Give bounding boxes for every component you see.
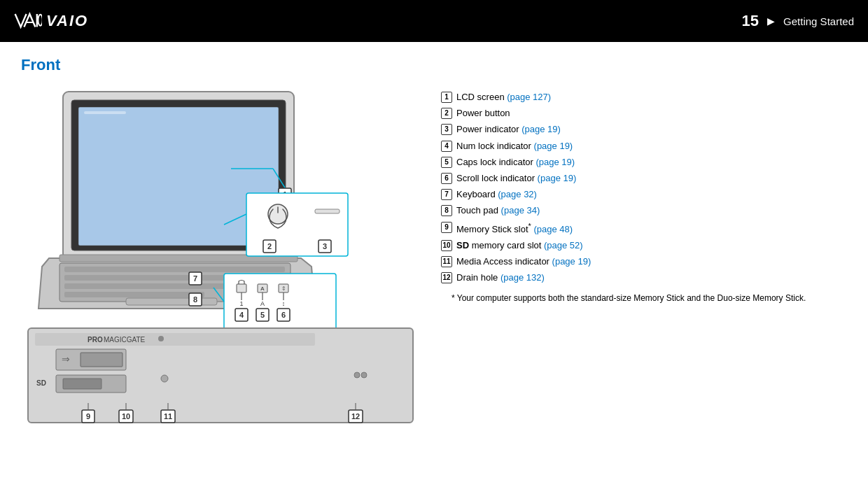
- list-item: 4 Num lock indicator (page 19): [441, 140, 847, 153]
- item-number: 4: [441, 141, 452, 152]
- footnote-text: * Your computer supports both the standa…: [451, 293, 806, 303]
- svg-point-61: [354, 372, 360, 378]
- svg-rect-56: [80, 353, 122, 367]
- section-title: Getting Started: [783, 15, 854, 27]
- laptop-illustration: 1 7 8: [21, 85, 427, 428]
- front-title: Front: [21, 56, 427, 74]
- item-text: Scroll lock indicator (page 19): [456, 172, 576, 185]
- svg-text:⇕: ⇕: [281, 285, 286, 292]
- item-text: Media Access indicator (page 19): [456, 255, 591, 268]
- vaio-logo-icon: [14, 10, 42, 31]
- footnote: * Your computer supports both the standa…: [441, 292, 847, 304]
- svg-text:5: 5: [260, 311, 265, 319]
- svg-point-62: [361, 372, 367, 378]
- item-text: Caps lock indicator (page 19): [456, 156, 575, 169]
- page-number: 15: [742, 12, 759, 30]
- item-number: 2: [441, 108, 452, 119]
- svg-text:3: 3: [323, 242, 327, 250]
- list-item: 7 Keyboard (page 32): [441, 188, 847, 201]
- svg-rect-50: [35, 333, 315, 346]
- item-text: Num lock indicator (page 19): [456, 140, 573, 153]
- svg-text:1: 1: [239, 300, 243, 307]
- svg-text:10: 10: [122, 412, 130, 421]
- item-number: 6: [441, 173, 452, 184]
- svg-point-53: [158, 336, 164, 341]
- list-item: 8 Touch pad (page 34): [441, 204, 847, 217]
- item-text: Keyboard (page 32): [456, 188, 537, 201]
- svg-rect-15: [64, 292, 204, 297]
- item-text: Memory Stick slot* (page 48): [456, 221, 573, 237]
- item-number: 9: [441, 222, 452, 233]
- vaio-text: VAIO: [46, 12, 88, 30]
- item-number: 3: [441, 124, 452, 135]
- svg-rect-59: [63, 379, 102, 389]
- main-content: Front 1: [0, 42, 868, 480]
- item-number: 11: [441, 256, 452, 267]
- svg-text:4: 4: [239, 311, 244, 319]
- list-item: 3 Power indicator (page 19): [441, 123, 847, 136]
- svg-text:PRO: PRO: [88, 336, 103, 344]
- item-text: Drain hole (page 132): [456, 271, 545, 284]
- svg-rect-16: [126, 298, 217, 305]
- svg-text:⇒: ⇒: [62, 353, 70, 365]
- vaio-logo: VAIO: [14, 10, 88, 31]
- svg-rect-31: [237, 284, 246, 292]
- svg-rect-6: [84, 111, 126, 114]
- laptop-diagram: 1 7 8: [21, 85, 413, 421]
- svg-text:6: 6: [281, 311, 286, 319]
- list-item: 9 Memory Stick slot* (page 48): [441, 221, 847, 237]
- list-item: 12 Drain hole (page 132): [441, 271, 847, 284]
- svg-point-2: [38, 15, 42, 26]
- svg-text:11: 11: [164, 412, 172, 421]
- item-number: 10: [441, 240, 452, 251]
- component-list-panel: 1 LCD screen (page 127) 2 Power button 3…: [427, 56, 847, 473]
- svg-rect-24: [315, 209, 340, 213]
- list-item: 6 Scroll lock indicator (page 19): [441, 172, 847, 185]
- svg-rect-22: [246, 193, 348, 256]
- item-text: Power button: [456, 107, 510, 120]
- svg-point-60: [161, 375, 168, 382]
- page-header: VAIO 15 ▶ Getting Started: [0, 0, 868, 42]
- svg-text:7: 7: [193, 274, 197, 283]
- item-text: LCD screen (page 127): [456, 91, 551, 104]
- svg-text:A: A: [260, 285, 265, 292]
- component-list: 1 LCD screen (page 127) 2 Power button 3…: [441, 91, 847, 285]
- list-item: 5 Caps lock indicator (page 19): [441, 156, 847, 169]
- list-item: 10 SD memory card slot (page 52): [441, 239, 847, 252]
- item-text: SD memory card slot (page 52): [456, 239, 583, 252]
- diagram-panel: Front 1: [21, 56, 427, 473]
- svg-text:SD: SD: [36, 379, 46, 387]
- svg-text:2: 2: [267, 242, 272, 250]
- list-item: 2 Power button: [441, 107, 847, 120]
- svg-text:12: 12: [351, 412, 360, 421]
- item-number: 12: [441, 272, 452, 283]
- svg-text:MAGICGATE: MAGICGATE: [104, 336, 146, 344]
- svg-text:9: 9: [86, 412, 90, 421]
- header-right: 15 ▶ Getting Started: [742, 12, 854, 30]
- item-number: 1: [441, 92, 452, 103]
- item-text: Touch pad (page 34): [456, 204, 540, 217]
- svg-text:A: A: [260, 300, 265, 307]
- list-item: 11 Media Access indicator (page 19): [441, 255, 847, 268]
- item-number: 7: [441, 189, 452, 200]
- svg-text:↕: ↕: [282, 300, 286, 307]
- svg-text:8: 8: [193, 295, 197, 304]
- item-number: 5: [441, 157, 452, 168]
- page-arrow: ▶: [767, 15, 775, 27]
- svg-rect-12: [64, 267, 285, 272]
- item-number: 8: [441, 205, 452, 216]
- item-text: Power indicator (page 19): [456, 123, 561, 136]
- list-item: 1 LCD screen (page 127): [441, 91, 847, 104]
